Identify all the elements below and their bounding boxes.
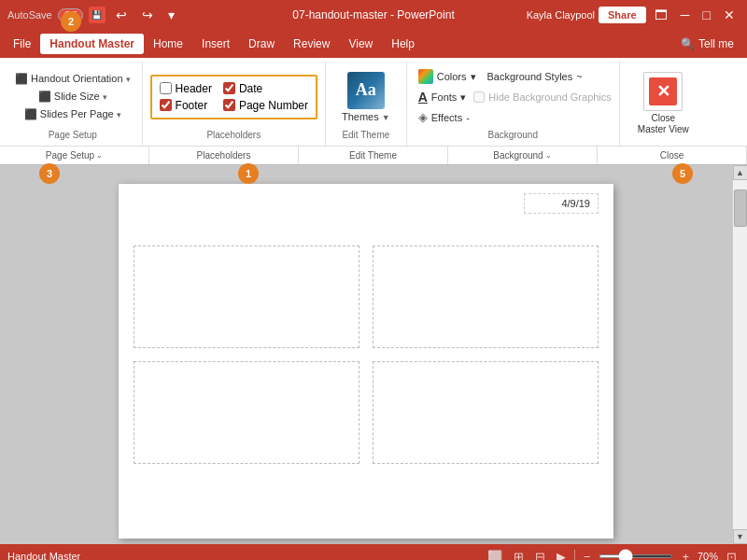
page-number-checkbox-item[interactable]: Page Number xyxy=(223,99,308,112)
background-group: Colors ▾ Background Styles ~ A Fonts ▾ xyxy=(407,62,620,146)
page-setup-group: ⬛ Handout Orientation ▾ ⬛ Slide Size ▾ ⬛… xyxy=(4,62,143,146)
undo-button[interactable]: ↩ xyxy=(111,6,132,24)
fonts-arrow-icon: ▾ xyxy=(460,91,466,104)
step-badge-2: 2 xyxy=(61,11,81,32)
save-icon[interactable]: 💾 xyxy=(89,7,106,23)
step-badge-3: 3 xyxy=(39,163,60,184)
bg-mid-row: A Fonts ▾ Hide Background Graphics xyxy=(415,88,612,106)
placeholders-content: Header Date Footer Page Number xyxy=(150,65,317,128)
header-checkbox-item[interactable]: Header xyxy=(160,82,212,95)
zoom-in-button[interactable]: + xyxy=(679,549,692,561)
step-badge-1: 1 xyxy=(238,163,259,184)
themes-label: Themes ▼ xyxy=(342,111,390,122)
title-bar: AutoSave Off 💾 ↩ ↪ ▾ 07-handout-master -… xyxy=(0,0,747,30)
colors-label: Colors xyxy=(437,71,467,82)
footer-checkbox-item[interactable]: Footer xyxy=(160,99,212,112)
title-bar-right: Kayla Claypool Share 🗖 ─ □ ✕ xyxy=(527,6,740,24)
hide-background-item: Hide Background Graphics xyxy=(473,91,611,103)
scroll-down-button[interactable]: ▼ xyxy=(733,529,748,544)
main-area: 4/9/19 ▲ ▼ xyxy=(0,165,747,544)
background-section-label: Background ⌄ xyxy=(448,147,598,164)
scroll-up-button[interactable]: ▲ xyxy=(733,165,748,180)
handout-orientation-button[interactable]: ⬛ Handout Orientation ▾ xyxy=(11,71,134,87)
title-bar-left: AutoSave Off 💾 ↩ ↪ ▾ xyxy=(7,6,179,24)
background-expand-icon: ⌄ xyxy=(545,151,552,160)
hide-background-label: Hide Background Graphics xyxy=(488,91,611,103)
effects-button[interactable]: ◈ Effects - xyxy=(415,108,473,126)
zoom-slider[interactable] xyxy=(599,554,673,558)
slide-page: 4/9/19 xyxy=(119,184,613,539)
slides-per-page-button[interactable]: ⬛ Slides Per Page ▾ xyxy=(21,106,125,122)
slide-grid xyxy=(134,245,599,464)
window-title: 07-handout-master - PowerPoint xyxy=(292,8,454,21)
bg-styles-arrow-icon: ~ xyxy=(576,71,582,82)
vertical-scrollbar[interactable]: ▲ ▼ xyxy=(732,165,747,544)
slides-per-page-label: ⬛ Slides Per Page ▾ xyxy=(24,108,121,119)
close-content: ✕ CloseMaster View xyxy=(629,67,698,140)
normal-view-button[interactable]: ⬜ xyxy=(485,549,505,561)
slide-sorter-button[interactable]: ⊞ xyxy=(511,549,527,561)
background-styles-label: Background Styles xyxy=(487,71,573,82)
placeholders-group: Header Date Footer Page Number Placehold… xyxy=(143,62,326,146)
placeholders-section-label: Placeholders xyxy=(149,147,299,164)
page-number-checkbox[interactable] xyxy=(223,99,235,111)
close-master-icon: ✕ xyxy=(643,72,683,111)
menu-file[interactable]: File xyxy=(4,34,40,54)
ribbon: ⬛ Handout Orientation ▾ ⬛ Slide Size ▾ ⬛… xyxy=(0,58,747,147)
reading-view-button[interactable]: ⊟ xyxy=(532,549,548,561)
menu-handout-master[interactable]: Handout Master xyxy=(40,34,144,54)
colors-button[interactable]: Colors ▾ xyxy=(415,67,480,86)
search-icon: 🔍 xyxy=(681,37,695,50)
effects-icon: ◈ xyxy=(418,110,428,124)
customize-qat-button[interactable]: ▾ xyxy=(163,6,179,24)
close-master-button[interactable]: ✕ CloseMaster View xyxy=(629,67,698,140)
zoom-out-button[interactable]: − xyxy=(581,549,594,561)
status-left: Handout Master xyxy=(7,551,80,560)
menu-home[interactable]: Home xyxy=(144,34,192,54)
footer-checkbox[interactable] xyxy=(160,99,172,111)
minimize-button[interactable]: ─ xyxy=(676,6,695,24)
fit-slide-button[interactable]: ⊡ xyxy=(724,549,740,561)
menu-draw[interactable]: Draw xyxy=(239,34,284,54)
redo-button[interactable]: ↪ xyxy=(137,6,158,24)
colors-arrow-icon: ▾ xyxy=(471,71,476,83)
menu-insert[interactable]: Insert xyxy=(192,34,239,54)
menu-review[interactable]: Review xyxy=(284,34,339,54)
hide-background-checkbox[interactable] xyxy=(473,91,485,103)
ribbon-display-button[interactable]: 🗖 xyxy=(650,6,672,24)
user-name: Kayla Claypool xyxy=(527,9,595,21)
bg-bottom-row: ◈ Effects - xyxy=(415,108,612,126)
fonts-button[interactable]: A Fonts ▾ xyxy=(415,88,471,106)
scroll-track[interactable] xyxy=(733,180,747,529)
page-setup-content: ⬛ Handout Orientation ▾ ⬛ Slide Size ▾ ⬛… xyxy=(11,65,134,128)
placeholders-box: Header Date Footer Page Number xyxy=(150,75,317,119)
slide-panel: 4/9/19 xyxy=(0,165,732,544)
edit-theme-content: Aa Themes ▼ xyxy=(333,65,399,128)
background-group-label: Background xyxy=(488,128,538,142)
bg-top-row: Colors ▾ Background Styles ~ xyxy=(415,67,612,86)
date-checkbox-item[interactable]: Date xyxy=(223,82,308,95)
maximize-button[interactable]: □ xyxy=(698,6,715,24)
themes-icon: Aa xyxy=(347,72,385,109)
slide-size-label: ⬛ Slide Size ▾ xyxy=(38,91,107,102)
footer-label: Footer xyxy=(176,99,208,112)
effects-label: Effects xyxy=(431,112,462,123)
menu-search[interactable]: 🔍 Tell me xyxy=(671,34,743,54)
header-checkbox[interactable] xyxy=(160,82,172,94)
background-styles-button[interactable]: Background Styles ~ xyxy=(484,69,586,84)
slide-box-4 xyxy=(373,361,599,464)
menu-view[interactable]: View xyxy=(339,34,382,54)
themes-button[interactable]: Aa Themes ▼ xyxy=(333,67,399,127)
scroll-thumb[interactable] xyxy=(734,189,747,227)
handout-orientation-label: ⬛ Handout Orientation ▾ xyxy=(15,73,131,84)
close-window-button[interactable]: ✕ xyxy=(719,6,740,24)
slide-size-button[interactable]: ⬛ Slide Size ▾ xyxy=(35,89,111,105)
menu-help[interactable]: Help xyxy=(382,34,424,54)
slide-box-2 xyxy=(373,245,599,348)
edit-theme-label: Edit Theme xyxy=(342,128,389,142)
date-checkbox[interactable] xyxy=(223,82,235,94)
status-right: ⬜ ⊞ ⊟ ▶ − + 70% ⊡ xyxy=(485,549,740,561)
share-button[interactable]: Share xyxy=(599,7,646,23)
menu-bar: File Handout Master Home Insert Draw Rev… xyxy=(0,30,747,58)
slideshow-button[interactable]: ▶ xyxy=(554,549,569,561)
